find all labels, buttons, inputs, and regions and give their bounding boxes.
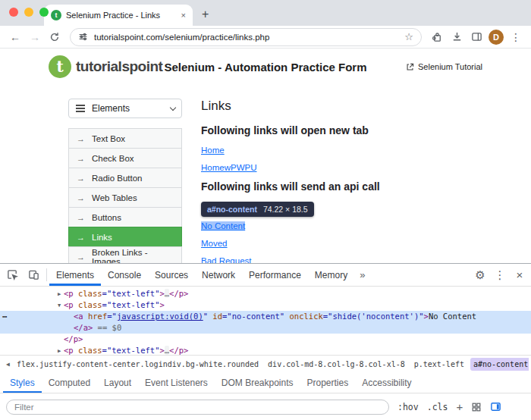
styles-tab-event-listeners[interactable]: Event Listeners <box>138 373 215 393</box>
tooltip-dimensions: 74.22 × 18.5 <box>263 205 308 214</box>
sidebar-item-web-tables[interactable]: →Web Tables <box>68 187 182 208</box>
sidebar-item-links[interactable]: →Links <box>68 227 182 247</box>
code-token: == $0 <box>93 323 121 332</box>
overflow-menu-icon[interactable]: ⋯ <box>2 311 7 322</box>
arrow-right-icon: → <box>77 193 85 202</box>
browser-tab[interactable]: t Selenium Practice - Links × <box>44 5 193 26</box>
styles-tab-computed[interactable]: Computed <box>42 373 97 393</box>
reload-icon[interactable] <box>46 32 64 42</box>
logo-text: tutorialspoint <box>76 58 162 75</box>
bookmark-star-icon[interactable]: ☆ <box>404 31 413 42</box>
settings-gear-icon[interactable]: ⚙ <box>470 268 490 282</box>
sidebar-item-label: Text Box <box>92 134 125 143</box>
window-controls <box>9 8 49 17</box>
styles-tab-accessibility[interactable]: Accessibility <box>355 373 418 393</box>
more-tabs-icon[interactable]: » <box>354 264 370 286</box>
tutorialspoint-logo[interactable]: t tutorialspoint <box>49 55 162 78</box>
devtools-close-icon[interactable]: × <box>510 268 529 281</box>
devtools-tab-elements[interactable]: Elements <box>49 264 101 286</box>
maximize-window-button[interactable] <box>39 8 49 17</box>
code-token: <p <box>64 300 74 309</box>
inspect-element-icon[interactable] <box>2 264 23 286</box>
new-tab-button[interactable]: + <box>202 8 209 21</box>
breadcrumb-flex-justify-content-center-logindiv-bg-white-rounded[interactable]: flex.justify-content-center.logindiv.bg-… <box>14 358 262 371</box>
expand-arrow-icon[interactable]: ▶ <box>55 346 64 356</box>
breadcrumb-a-no-content[interactable]: a#no-content <box>470 358 529 371</box>
expand-arrow-icon[interactable]: ▶ <box>55 289 64 300</box>
sidebar-item-label: Radio Button <box>92 174 143 183</box>
sidebar-item-buttons[interactable]: →Buttons <box>68 207 182 227</box>
tree-node-5[interactable]: ▶<p class="text-left">…</p> <box>0 345 531 355</box>
sidebar-item-broken-links-images[interactable]: →Broken Links - Images <box>68 246 182 263</box>
devtools-menu-icon[interactable]: ⋮ <box>490 268 510 282</box>
tree-node-4[interactable]: </p> <box>0 334 531 345</box>
download-icon[interactable] <box>448 31 466 42</box>
close-window-button[interactable] <box>9 8 18 17</box>
styles-filter-bar: :hov .cls + <box>0 393 531 420</box>
page-link-no-content[interactable]: No Content <box>201 221 245 230</box>
devtools-tabs: ElementsConsoleSourcesNetworkPerformance… <box>49 264 354 286</box>
code-token: <p <box>64 346 74 355</box>
tree-node-1[interactable]: ▼<p class="text-left"> <box>0 299 531 311</box>
code-token: onclick <box>284 312 323 321</box>
back-icon[interactable]: ← <box>6 31 24 43</box>
breadcrumb-scroll-left-icon[interactable]: ◀ <box>2 361 14 368</box>
breadcrumb-p-text-left[interactable]: p.text-left <box>411 358 467 371</box>
selenium-tutorial-link[interactable]: Selenium Tutorial <box>406 62 482 71</box>
devtools-tab-memory[interactable]: Memory <box>308 264 354 286</box>
pseudo-state-toggle[interactable]: :hov <box>397 402 419 412</box>
sidebar-header[interactable]: Elements <box>68 99 182 118</box>
sidebar-item-radio-button[interactable]: →Radio Button <box>68 168 182 188</box>
tooltip-selector: a#no-content <box>207 205 257 214</box>
site-info-icon[interactable] <box>78 32 88 42</box>
tab-close-icon[interactable]: × <box>181 11 186 20</box>
dock-panel-icon[interactable] <box>490 401 501 412</box>
styles-tab-styles[interactable]: Styles <box>3 373 42 393</box>
api-section-title: Following links will send an api call <box>201 180 485 193</box>
device-toolbar-icon[interactable] <box>23 264 44 286</box>
url-text[interactable]: tutorialspoint.com/selenium/practice/lin… <box>94 33 398 42</box>
browser-menu-icon[interactable]: ⋮ <box>507 31 525 43</box>
sidebar-item-check-box[interactable]: →Check Box <box>68 148 182 168</box>
devtools-tab-performance[interactable]: Performance <box>242 264 308 286</box>
elements-tree: ▶<p class="text-left">…</p>▼<p class="te… <box>0 287 531 355</box>
page-link-home[interactable]: Home <box>201 146 225 155</box>
devtools-tab-sources[interactable]: Sources <box>148 264 195 286</box>
devtools-tab-console[interactable]: Console <box>101 264 148 286</box>
layout-grid-icon[interactable] <box>471 402 482 412</box>
tree-node-0[interactable]: ▶<p class="text-left">…</p> <box>0 288 531 299</box>
profile-avatar[interactable]: D <box>489 30 504 45</box>
code-token: > <box>159 300 164 309</box>
page-viewport: t tutorialspoint Selenium - Automation P… <box>0 49 531 263</box>
arrow-right-icon: → <box>77 154 85 163</box>
forward-icon[interactable]: → <box>26 31 44 43</box>
styles-tab-properties[interactable]: Properties <box>300 373 356 393</box>
class-toggle[interactable]: .cls <box>427 402 448 412</box>
new-style-rule-button[interactable]: + <box>456 400 463 413</box>
code-token: href <box>83 312 108 321</box>
side-panel-icon[interactable] <box>467 31 485 42</box>
collapse-arrow-icon[interactable]: ▼ <box>55 300 64 312</box>
page-link-homewpwpu[interactable]: HomewPWPU <box>201 163 256 172</box>
tree-node-2[interactable]: ⋯<a href="javascript:void(0)" id="no-con… <box>0 311 531 322</box>
tab-favicon-icon: t <box>51 10 61 20</box>
tree-node-3[interactable]: </a> == $0 <box>0 322 531 334</box>
breadcrumb-bar: ◀ flex.justify-content-center.logindiv.b… <box>0 355 531 373</box>
address-bar[interactable]: tutorialspoint.com/selenium/practice/lin… <box>70 28 422 46</box>
styles-tab-layout[interactable]: Layout <box>97 373 138 393</box>
styles-tab-dom-breakpoints[interactable]: DOM Breakpoints <box>215 373 300 393</box>
devtools-panel: ElementsConsoleSourcesNetworkPerformance… <box>0 263 531 420</box>
inspect-tooltip: a#no-content 74.22 × 18.5 <box>201 202 314 217</box>
minimize-window-button[interactable] <box>24 8 33 17</box>
devtools-tab-network[interactable]: Network <box>195 264 242 286</box>
page-link-moved[interactable]: Moved <box>201 239 228 248</box>
external-link-icon <box>406 63 414 71</box>
sidebar-item-text-box[interactable]: →Text Box <box>68 128 182 149</box>
styles-filter-input[interactable] <box>6 400 389 415</box>
tutorial-link-label: Selenium Tutorial <box>418 62 482 71</box>
code-token: class <box>74 346 102 355</box>
breadcrumb-div-col-md-8-col-lg-8-col-xl-8[interactable]: div.col-md-8.col-lg-8.col-xl-8 <box>265 358 408 371</box>
sidebar-header-label: Elements <box>92 103 130 114</box>
extensions-icon[interactable] <box>428 31 446 42</box>
page-link-bad-request[interactable]: Bad Request <box>201 256 252 263</box>
